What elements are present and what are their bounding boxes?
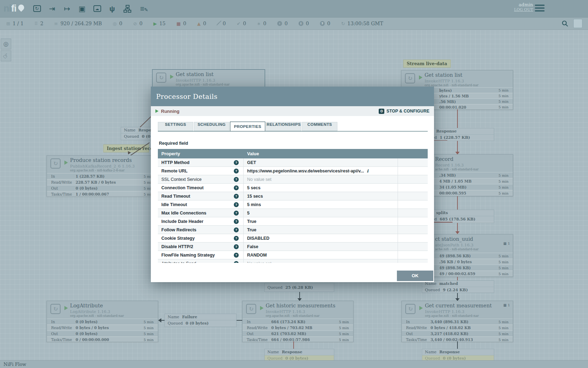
- dialog-tabs: SETTINGS SCHEDULING PROPERTIES RELATIONS…: [158, 122, 428, 131]
- status-locally-modified: ∗0: [257, 21, 266, 26]
- logout-link[interactable]: LOG OUT: [514, 7, 533, 12]
- birdseye-panel-button[interactable]: [573, 19, 582, 28]
- processor-title: Get station list: [176, 71, 214, 77]
- properties-table: Property Value HTTP Method?GET Remote UR…: [158, 149, 428, 263]
- ok-button[interactable]: OK: [397, 271, 433, 281]
- running-status-icon: [419, 306, 423, 310]
- threads-icon: ⠿: [34, 21, 38, 26]
- help-icon[interactable]: ?: [234, 227, 239, 232]
- disabled-icon: ⚡: [217, 21, 220, 26]
- connection-line: [457, 141, 458, 152]
- help-icon[interactable]: ?: [234, 219, 239, 224]
- table-row: Follow Redirects?True: [158, 226, 428, 234]
- breadcrumb[interactable]: NiFi Flow: [4, 362, 26, 367]
- processor-toolbar-icon[interactable]: ↻: [33, 4, 42, 13]
- help-icon[interactable]: ?: [234, 253, 239, 258]
- connection-line: [140, 116, 152, 127]
- status-stopped: ■0: [176, 21, 186, 26]
- dialog-title: Processor Details: [156, 93, 217, 100]
- invalid-icon: ▲: [197, 21, 201, 26]
- processor-details-dialog: Processor Details Running ⚙ STOP & CONFI…: [151, 87, 434, 282]
- processor-get-historic-measurements[interactable]: ↻ Get historic measurements InvokeHTTP 1…: [242, 301, 354, 342]
- status-transmitting: ◎0: [113, 21, 122, 26]
- status-running: ▶15: [153, 21, 166, 26]
- help-icon[interactable]: ?: [234, 169, 239, 173]
- stat-in: In3,440 (896.31 KB)5 min: [402, 319, 513, 325]
- refresh-icon: ↻: [341, 21, 345, 26]
- global-menu-icon[interactable]: [535, 5, 545, 12]
- help-icon[interactable]: ?: [234, 177, 239, 182]
- running-status-icon: [419, 75, 422, 80]
- current-user: admin: [514, 2, 533, 7]
- table-row: FlowFile Naming Strategy?RANDOM: [158, 251, 428, 259]
- compass-icon: ◎: [4, 40, 9, 48]
- connection-line: [457, 341, 458, 349]
- process-group-icon[interactable]: ▣: [78, 4, 87, 13]
- up-to-date-icon: ✔: [237, 21, 240, 26]
- status-sync-failure: ?0: [320, 21, 330, 26]
- label-icon[interactable]: ≡ ✎: [138, 4, 147, 13]
- cluster-icon: ⊞: [6, 21, 10, 26]
- table-row: Connection Timeout?5 secs: [158, 184, 428, 192]
- search-icon[interactable]: [561, 20, 568, 27]
- navigate-palette-button[interactable]: ◎: [1, 39, 11, 49]
- stat-tasks-time: Tasks/Time1 / 00:00:00.0675 min: [47, 191, 158, 197]
- table-row: Attributes to Send?No value set: [158, 259, 428, 263]
- nifi-logo: nifi: [4, 3, 24, 14]
- help-icon[interactable]: ?: [234, 261, 239, 263]
- help-icon[interactable]: ?: [234, 194, 239, 199]
- processor-bundle: org.apache.nifi - nifi-standard-nar: [176, 83, 230, 86]
- tab-settings[interactable]: SETTINGS: [158, 122, 193, 131]
- table-row: SSL Context Service?No value set: [158, 175, 428, 184]
- template-icon[interactable]: [123, 4, 132, 13]
- help-icon[interactable]: ?: [234, 185, 239, 190]
- tab-scheduling[interactable]: SCHEDULING: [194, 122, 229, 131]
- last-refresh[interactable]: ↻13:00:58 GMT: [341, 21, 383, 26]
- canvas-label[interactable]: Ingest station records: [103, 144, 149, 152]
- stopped-icon: ■: [176, 21, 181, 26]
- processor-produce-station-records[interactable]: ↻ Produce station records PublishKafkaRe…: [47, 155, 158, 197]
- processor-get-current-measurement[interactable]: ↻ Get current measurement InvokeHTTP 1.1…: [401, 301, 513, 342]
- funnel-icon[interactable]: ψ: [108, 4, 117, 13]
- tab-relationships[interactable]: RELATIONSHIPS: [266, 122, 301, 131]
- processor-icon: ↻: [50, 158, 61, 169]
- tab-properties[interactable]: PROPERTIES: [230, 122, 265, 131]
- processor-type: InvokeHTTP 1.16.3: [176, 78, 215, 83]
- input-port-icon[interactable]: ⇥: [48, 4, 57, 13]
- help-icon[interactable]: ?: [234, 160, 239, 165]
- transmitting-icon: ◎: [113, 21, 117, 26]
- connection-queued-25[interactable]: Queued25 (6.28 KB): [264, 283, 334, 292]
- stat-read-write: Read/Write228.57 KB / 0 bytes5 min: [47, 179, 158, 185]
- status-locally-modified-stale: !0: [299, 21, 309, 26]
- canvas-label[interactable]: Stream live-data: [403, 60, 451, 68]
- table-row: Include Date Header?True: [158, 217, 428, 226]
- queued-icon: ≡: [54, 21, 58, 26]
- stale-icon: ↑: [277, 21, 282, 26]
- processor-icon: ↻: [50, 304, 61, 314]
- required-field-note: Required field: [159, 141, 188, 146]
- remote-process-group-icon[interactable]: ☁: [93, 4, 102, 13]
- connection-matched[interactable]: Namematched Queued9 (2.24 KB): [422, 280, 494, 293]
- stat-in: In1 (228.57 KB)5 min: [47, 173, 158, 179]
- stop-and-configure-button[interactable]: ⚙ STOP & CONFIGURE: [379, 109, 429, 114]
- running-status-icon: [170, 75, 174, 79]
- info-icon[interactable]: i: [367, 169, 369, 173]
- connection-line: [457, 277, 458, 280]
- help-icon[interactable]: ?: [234, 211, 239, 216]
- connection-line: [237, 320, 242, 321]
- connection-failure[interactable]: NameFailure Queued0 (0 bytes): [164, 314, 237, 327]
- help-icon[interactable]: ?: [234, 244, 239, 249]
- dialog-body: SETTINGS SCHEDULING PROPERTIES RELATIONS…: [151, 116, 434, 282]
- output-port-icon[interactable]: ↦: [63, 4, 72, 13]
- operate-palette-button[interactable]: ☞: [1, 50, 11, 61]
- help-icon[interactable]: ?: [234, 202, 239, 207]
- stat-read-write: Read/Write0 bytes / 703.02 MB5 min: [243, 325, 353, 330]
- status-not-transmitting: ⊘0: [133, 21, 142, 26]
- help-icon[interactable]: ?: [234, 236, 239, 241]
- stat-out: Out621 (703.02 MB)5 min: [243, 330, 353, 336]
- tab-comments[interactable]: COMMENTS: [302, 122, 337, 131]
- processor-logattribute[interactable]: ↻ LogAttribute LogAttribute 1.16.3 org.a…: [47, 301, 158, 342]
- stat-tasks-time: Tasks/Time0 / 00:00:00.0005 min: [47, 336, 158, 342]
- table-row: Remote URL?https://www.pegelonline.wsv.d…: [158, 167, 428, 175]
- processor-icon: ↻: [405, 304, 415, 314]
